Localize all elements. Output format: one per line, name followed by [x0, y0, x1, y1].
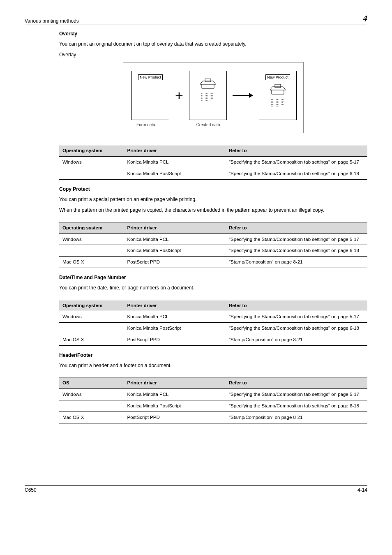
table-row: WindowsKonica Minolta PCL"Specifying the… — [59, 157, 367, 168]
table-cell: Mac OS X — [59, 412, 124, 423]
overlay-title: Overlay — [59, 31, 367, 37]
table-cell: "Stamp/Composition" on page 8-21 — [226, 257, 367, 268]
th-refer: Refer to — [226, 377, 367, 389]
th-driver: Printer driver — [124, 300, 226, 311]
table-row: Konica Minolta PostScript"Specifying the… — [59, 323, 367, 334]
overlay-desc: You can print an original document on to… — [59, 41, 367, 47]
header-footer-title: Header/Footer — [59, 352, 367, 358]
diagram-caption-form: Form data — [136, 123, 155, 127]
table-cell: PostScript PPD — [124, 257, 226, 268]
header-footer-table: OS Printer driver Refer to WindowsKonica… — [59, 377, 367, 423]
diagram-form-data-panel: New Product — [131, 71, 169, 120]
table-row: Konica Minolta PostScript"Specifying the… — [59, 245, 367, 257]
svg-marker-7 — [249, 93, 253, 98]
table-cell: Windows — [59, 311, 124, 323]
table-row: WindowsKonica Minolta PCL"Specifying the… — [59, 311, 367, 323]
table-cell: "Specifying the Stamp/Composition tab se… — [226, 400, 367, 412]
table-cell: "Specifying the Stamp/Composition tab se… — [226, 389, 367, 400]
table-cell: "Stamp/Composition" on page 8-21 — [226, 334, 367, 346]
table-cell: Konica Minolta PCL — [124, 389, 226, 400]
table-cell — [59, 400, 124, 412]
table-cell: Windows — [59, 389, 124, 400]
th-os: OS — [59, 377, 124, 389]
date-time-desc: You can print the date, time, or page nu… — [59, 284, 367, 291]
page-header: Various printing methods 4 — [25, 13, 367, 25]
th-refer: Refer to — [226, 145, 367, 157]
th-driver: Printer driver — [124, 377, 226, 389]
table-row: WindowsKonica Minolta PCL"Specifying the… — [59, 389, 367, 400]
table-row: Konica Minolta PostScript"Specifying the… — [59, 168, 367, 180]
diagram-caption-created: Created data — [196, 123, 220, 127]
table-cell: PostScript PPD — [124, 412, 226, 423]
overlay-table: Operating system Printer driver Refer to… — [59, 145, 367, 180]
copy-protect-p1: You can print a special pattern on an en… — [59, 196, 367, 203]
table-cell: Konica Minolta PostScript — [124, 245, 226, 257]
svg-rect-0 — [205, 79, 211, 82]
copy-protect-title: Copy Protect — [59, 186, 367, 192]
table-row: Mac OS XPostScript PPD"Stamp/Composition… — [59, 257, 367, 268]
table-cell: Konica Minolta PCL — [124, 157, 226, 168]
text-lines-icon — [201, 92, 215, 102]
table-cell: "Stamp/Composition" on page 8-21 — [226, 412, 367, 423]
table-cell: Konica Minolta PostScript — [124, 323, 226, 334]
table-cell: Mac OS X — [59, 257, 124, 268]
table-cell: PostScript PPD — [124, 334, 226, 346]
copy-protect-table: Operating system Printer driver Refer to… — [59, 222, 367, 268]
printer-icon — [199, 79, 217, 91]
footer-left: C650 — [25, 487, 37, 493]
date-time-table: Operating system Printer driver Refer to… — [59, 300, 367, 346]
diagram-result-panel: New Product — [259, 71, 297, 120]
header-left: Various printing methods — [25, 18, 79, 24]
table-row: Mac OS XPostScript PPD"Stamp/Composition… — [59, 334, 367, 346]
table-cell: "Specifying the Stamp/Composition tab se… — [226, 311, 367, 323]
th-refer: Refer to — [226, 222, 367, 234]
table-cell: Konica Minolta PostScript — [124, 168, 226, 180]
th-os: Operating system — [59, 222, 124, 234]
header-footer-desc: You can print a header and a footer on a… — [59, 362, 367, 369]
table-cell — [59, 168, 124, 180]
table-cell: Windows — [59, 234, 124, 245]
table-cell: "Specifying the Stamp/Composition tab se… — [226, 245, 367, 257]
table-cell: Konica Minolta PCL — [124, 311, 226, 323]
th-driver: Printer driver — [124, 145, 226, 157]
text-lines-icon — [270, 98, 285, 108]
date-time-title: Date/Time and Page Number — [59, 275, 367, 280]
header-chapter-number: 4 — [363, 13, 367, 24]
table-cell — [59, 245, 124, 257]
table-cell — [59, 323, 124, 334]
printer-icon — [269, 84, 286, 97]
overlay-diagram: New Product + New Product — [123, 62, 304, 133]
diagram-created-data-panel — [189, 71, 227, 120]
svg-rect-8 — [275, 84, 281, 88]
table-cell: "Specifying the Stamp/Composition tab se… — [226, 234, 367, 245]
overlay-sub: Overlay — [59, 51, 367, 58]
footer-right: 4-14 — [357, 487, 367, 493]
table-cell: Windows — [59, 157, 124, 168]
plus-icon: + — [175, 88, 183, 102]
th-driver: Printer driver — [124, 222, 226, 234]
copy-protect-p2: When the pattern on the printed page is … — [59, 207, 367, 213]
diagram-box1-label: New Product — [138, 74, 163, 80]
table-cell: Konica Minolta PostScript — [124, 400, 226, 412]
th-os: Operating system — [59, 300, 124, 311]
table-row: Konica Minolta PostScript"Specifying the… — [59, 400, 367, 412]
table-cell: "Specifying the Stamp/Composition tab se… — [226, 168, 367, 180]
table-row: Mac OS XPostScript PPD"Stamp/Composition… — [59, 412, 367, 423]
diagram-box3-label: New Product — [265, 74, 290, 80]
arrow-right-icon — [233, 92, 253, 99]
table-cell: Mac OS X — [59, 334, 124, 346]
table-cell: "Specifying the Stamp/Composition tab se… — [226, 323, 367, 334]
th-os: Operating system — [59, 145, 124, 157]
table-row: WindowsKonica Minolta PCL"Specifying the… — [59, 234, 367, 245]
th-refer: Refer to — [226, 300, 367, 311]
table-cell: Konica Minolta PCL — [124, 234, 226, 245]
page-footer: C650 4-14 — [25, 485, 367, 493]
table-cell: "Specifying the Stamp/Composition tab se… — [226, 157, 367, 168]
